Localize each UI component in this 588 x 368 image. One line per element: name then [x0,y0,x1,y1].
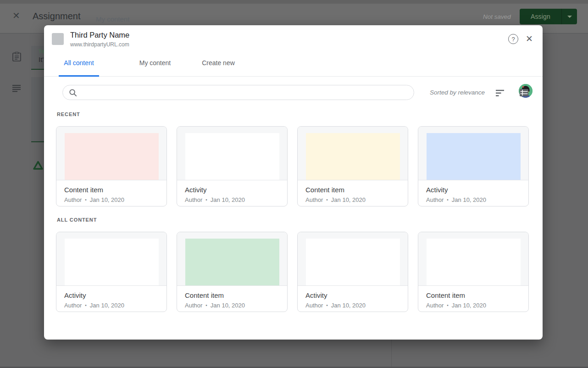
card-thumbnail [56,127,166,180]
card-meta: Author•Jan 10, 2020 [185,302,279,309]
card-meta: Author•Jan 10, 2020 [426,196,521,204]
content-card[interactable]: Content item Author•Jan 10, 2020 [418,232,529,312]
save-status-label: Not saved [483,13,511,20]
all-content-card-grid: Activity Author•Jan 10, 2020 Content ite… [56,232,529,312]
dot-separator: • [205,302,207,309]
background-top-strip [0,0,588,4]
assignment-page-title: Assignment [33,11,81,22]
dot-separator: • [85,196,87,204]
dialog-tabs: All content My content Create new [44,50,543,77]
dialog-url: www.thirdpartyURL.com [70,41,129,48]
card-title: Content item [185,291,279,300]
section-label-all-content: ALL CONTENT [57,217,97,223]
assignment-clipboard-icon [12,52,21,63]
card-thumbnail [177,127,287,180]
title-field-value: It' [39,56,44,63]
card-title: Content item [64,186,159,194]
card-meta: Author•Jan 10, 2020 [185,196,279,204]
card-thumbnail [418,232,528,286]
assign-dropdown-button[interactable] [562,9,577,24]
content-card[interactable]: Activity Author•Jan 10, 2020 [418,126,529,206]
card-thumbnail [418,127,528,180]
card-meta: Author•Jan 10, 2020 [305,302,400,309]
dialog-title: Third Party Name [70,30,129,40]
view-list-icon[interactable] [520,89,528,98]
dot-separator: • [85,302,87,309]
help-icon[interactable]: ? [508,34,518,44]
description-lines-icon [12,85,21,94]
card-thumbnail [298,232,408,286]
screen: ✕ Assignment My content Not saved Assign… [0,0,588,368]
content-card[interactable]: Activity Author•Jan 10, 2020 [297,232,408,312]
tab-all-content[interactable]: All content [59,50,99,77]
card-title: Content item [426,291,521,300]
card-meta: Author•Jan 10, 2020 [64,196,159,204]
search-bar[interactable] [62,85,414,100]
card-title: Activity [64,291,159,300]
dot-separator: • [326,302,328,309]
third-party-logo [52,33,64,45]
assign-split-button[interactable]: Assign [520,9,577,24]
content-card[interactable]: Content item Author•Jan 10, 2020 [56,126,167,206]
dot-separator: • [447,302,449,309]
recent-card-grid: Content item Author•Jan 10, 2020 Activit… [56,126,529,206]
google-drive-icon[interactable] [33,161,43,172]
search-icon [69,89,77,97]
card-meta: Author•Jan 10, 2020 [426,302,521,309]
card-title: Activity [426,186,521,194]
third-party-picker-dialog: Third Party Name www.thirdpartyURL.com ?… [44,25,543,340]
section-label-recent: RECENT [57,112,80,117]
sorted-by-label: Sorted by relevance [418,89,485,96]
dot-separator: • [447,196,449,204]
card-title: Activity [305,291,400,300]
content-card[interactable]: Content item Author•Jan 10, 2020 [177,232,288,312]
sort-icon[interactable] [496,89,505,99]
tab-create-new[interactable]: Create new [195,50,241,77]
dot-separator: • [326,196,328,204]
content-card[interactable]: Activity Author•Jan 10, 2020 [56,232,167,312]
card-title: Activity [185,186,279,194]
arrow-drop-down-icon [567,16,572,18]
assign-button[interactable]: Assign [520,9,561,24]
dot-separator: • [205,196,207,204]
content-card[interactable]: Content item Author•Jan 10, 2020 [297,126,408,206]
card-thumbnail [56,232,166,286]
content-card[interactable]: Activity Author•Jan 10, 2020 [177,126,288,206]
title-field-label: Tit [39,49,44,54]
close-assignment-icon[interactable]: ✕ [12,11,20,20]
card-thumbnail [298,127,408,180]
tab-my-content[interactable]: My content [132,50,178,77]
card-thumbnail [177,232,287,286]
search-input[interactable] [82,85,414,100]
ghost-tab-label: My content [96,15,129,23]
close-dialog-icon[interactable]: ✕ [526,34,533,44]
card-title: Content item [305,186,400,194]
card-meta: Author•Jan 10, 2020 [64,302,159,309]
card-meta: Author•Jan 10, 2020 [305,196,400,204]
